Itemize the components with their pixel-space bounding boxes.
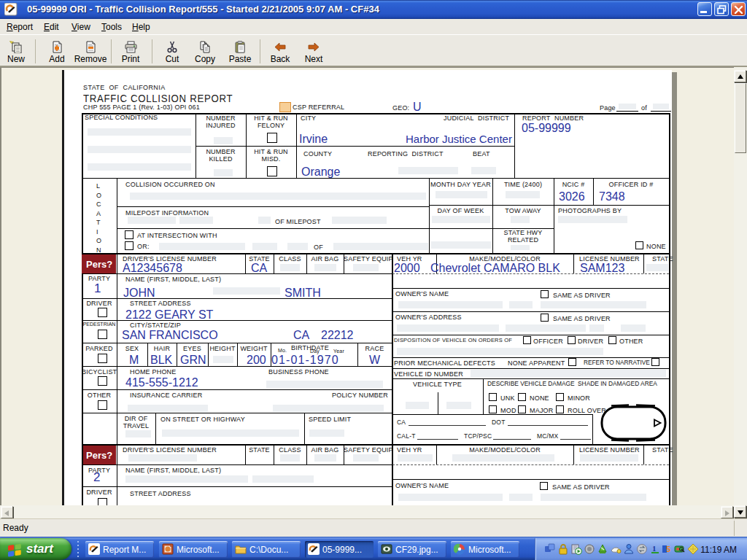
svg-text:5: 5 [666,545,670,553]
svg-text:1: 1 [652,544,657,553]
